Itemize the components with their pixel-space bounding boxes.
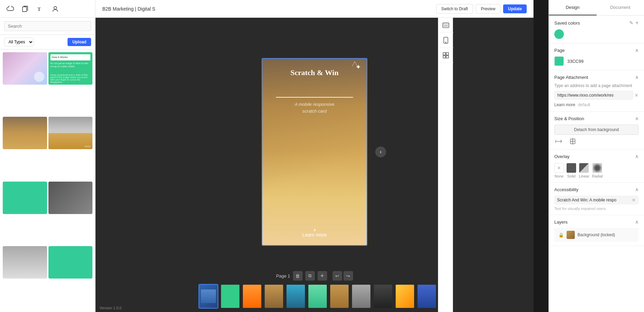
film-thumb-3[interactable]	[242, 284, 262, 309]
overlay-radial-icon	[592, 163, 602, 173]
film-thumb-10[interactable]	[395, 284, 415, 309]
canvas-frame[interactable]: ✦ ╱╲ Scratch & Win A mobile responsivesc…	[262, 58, 367, 246]
overlay-none-option[interactable]: ✕ None	[554, 163, 564, 178]
overlay-linear-option[interactable]: Linear	[579, 163, 589, 178]
layers-title: Layers	[554, 219, 568, 225]
overlay-section: Overlay ∧ ✕ None Solid Linear Radial	[549, 150, 644, 183]
saved-colors-header: Saved colors ✎ +	[554, 20, 639, 26]
film-thumb-11[interactable]	[417, 284, 437, 309]
saved-color-1[interactable]	[554, 29, 564, 39]
page-delete-button[interactable]: 🗑	[293, 271, 303, 281]
align-center-icon[interactable]	[568, 138, 577, 145]
overlay-header: Overlay ∧	[554, 154, 639, 159]
text-icon[interactable]: T	[35, 4, 45, 14]
accessibility-hint: Text for visually impaired users.	[554, 207, 639, 211]
pages-icon[interactable]	[20, 4, 30, 14]
svg-rect-19	[570, 139, 575, 144]
saved-colors-edit-button[interactable]: ✎	[629, 20, 633, 26]
media-thumb-6[interactable]	[48, 182, 93, 214]
layer-background[interactable]: 🔒 Background (locked)	[554, 228, 639, 242]
search-input[interactable]	[4, 21, 91, 31]
canvas-inner: ✦ ╱╲ Scratch & Win A mobile responsivesc…	[96, 36, 533, 268]
type-filter[interactable]: All Types	[4, 38, 34, 46]
undo-redo-controls: ↩ ↪	[333, 271, 353, 281]
accessibility-header: Accessibility ∧	[554, 187, 639, 192]
film-thumb-9[interactable]	[373, 284, 393, 309]
switch-to-draft-button[interactable]: Switch to Draft	[436, 4, 473, 14]
page-color-swatch[interactable]	[554, 56, 564, 66]
layers-header: Layers ∧	[554, 219, 639, 225]
svg-rect-3	[443, 23, 449, 28]
page-color-value[interactable]: 33CC99	[567, 59, 584, 64]
accessibility-section: Accessibility ∧ ✕ Text for visually impa…	[549, 183, 644, 215]
media-thumb-5[interactable]	[3, 182, 47, 214]
page-section-collapse[interactable]: ∧	[635, 47, 639, 53]
preview-button[interactable]: Preview	[476, 4, 501, 14]
svg-rect-11	[443, 53, 445, 55]
layers-collapse[interactable]: ∧	[635, 219, 639, 225]
page-section-title: Page	[554, 48, 565, 53]
accessibility-collapse[interactable]: ∧	[635, 187, 639, 192]
film-thumb-7[interactable]	[330, 284, 349, 309]
user-icon[interactable]	[50, 4, 60, 14]
attachment-clear-button[interactable]: ✕	[634, 93, 639, 98]
film-thumb-1[interactable]	[199, 284, 218, 309]
attachment-url[interactable]: https://www.rixxo.com/work/res	[554, 91, 633, 100]
svg-rect-0	[23, 7, 27, 12]
svg-rect-12	[446, 53, 449, 55]
overlay-radial-option[interactable]: Radial	[592, 163, 603, 178]
film-thumb-5[interactable]	[286, 284, 306, 309]
update-button[interactable]: Update	[503, 4, 527, 13]
overlay-options: ✕ None Solid Linear Radial	[554, 162, 639, 178]
accessibility-input[interactable]	[557, 198, 630, 202]
page-duplicate-button[interactable]: ⧉	[305, 271, 315, 281]
film-thumb-4[interactable]	[264, 284, 284, 309]
overlay-collapse[interactable]: ∧	[635, 154, 639, 159]
accessibility-clear-button[interactable]: ✕	[632, 197, 636, 203]
page-attachment-section: Page Attachment ∧ Type an address to add…	[549, 70, 644, 112]
page-title-bar: B2B Marketing | Digital S Switch to Draf…	[96, 0, 533, 18]
upload-button[interactable]: Upload	[68, 38, 91, 46]
media-thumb-3[interactable]	[3, 117, 47, 149]
media-thumb-4[interactable]: rixxo	[48, 117, 93, 149]
film-thumb-8[interactable]	[351, 284, 371, 309]
learn-more-placeholder: default	[578, 102, 590, 107]
film-thumb-2[interactable]	[220, 284, 240, 309]
grid-icon-btn[interactable]	[438, 48, 453, 63]
right-tabs: Design Document	[549, 0, 644, 16]
accessibility-input-row: ✕	[554, 196, 639, 204]
media-thumb-2[interactable]: How it Works It's not just an image or f…	[48, 52, 93, 85]
page-attachment-collapse[interactable]: ∧	[635, 74, 639, 80]
svg-point-2	[54, 6, 57, 9]
media-thumb-1[interactable]	[3, 52, 47, 85]
svg-rect-13	[443, 56, 445, 58]
redo-button[interactable]: ↪	[343, 271, 353, 281]
align-left-icon[interactable]	[554, 138, 564, 145]
page-attachment-desc: Type an address to add a page attachment	[554, 83, 639, 88]
media-thumb-7[interactable]	[3, 246, 47, 279]
undo-button[interactable]: ↩	[333, 271, 342, 281]
mobile-icon-btn[interactable]	[438, 33, 453, 48]
filter-row: All Types Upload	[0, 35, 95, 49]
overlay-solid-option[interactable]: Solid	[567, 163, 576, 178]
keyboard-icon-btn[interactable]	[438, 18, 453, 33]
media-thumb-8[interactable]	[48, 246, 93, 279]
size-position-collapse[interactable]: ∧	[635, 116, 639, 121]
svg-point-10	[445, 42, 446, 43]
layers-section: Layers ∧ 🔒 Background (locked)	[549, 215, 644, 246]
overlay-solid-icon	[567, 163, 576, 173]
overlay-none-label: None	[555, 174, 564, 178]
learn-more-row: Learn more default	[554, 102, 639, 107]
cloud-icon[interactable]	[5, 4, 15, 14]
tab-design[interactable]: Design	[549, 0, 597, 15]
page-add-button[interactable]: +	[318, 271, 327, 281]
overlay-linear-icon	[579, 163, 589, 173]
media-grid: How it Works It's not just an image or f…	[0, 49, 95, 312]
canvas-next-arrow[interactable]: ›	[375, 146, 386, 157]
film-thumb-6[interactable]	[308, 284, 327, 309]
saved-colors-list	[554, 29, 639, 39]
tab-document[interactable]: Document	[597, 0, 644, 15]
main-area: B2B Marketing | Digital S Switch to Draf…	[96, 0, 533, 312]
detach-from-background-button[interactable]: Detach from background	[554, 125, 639, 135]
saved-colors-add-button[interactable]: +	[635, 20, 639, 26]
